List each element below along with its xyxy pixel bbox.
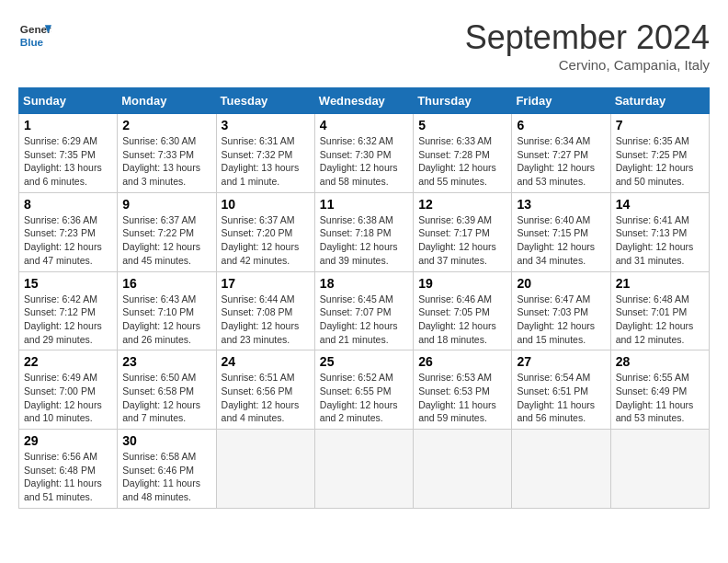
day-cell-28: 28Sunrise: 6:55 AMSunset: 6:49 PMDayligh… <box>610 350 709 430</box>
day-info: Sunrise: 6:58 AMSunset: 6:46 PMDaylight:… <box>122 450 210 504</box>
day-cell-24: 24Sunrise: 6:51 AMSunset: 6:56 PMDayligh… <box>216 350 314 430</box>
day-number: 12 <box>418 197 506 212</box>
day-number: 24 <box>222 354 310 369</box>
day-info: Sunrise: 6:55 AMSunset: 6:49 PMDaylight:… <box>616 371 704 425</box>
day-cell-3: 3Sunrise: 6:31 AMSunset: 7:32 PMDaylight… <box>216 114 314 193</box>
day-info: Sunrise: 6:32 AMSunset: 7:30 PMDaylight:… <box>320 134 408 189</box>
day-cell-30: 30Sunrise: 6:58 AMSunset: 6:46 PMDayligh… <box>118 430 216 509</box>
day-number: 27 <box>517 354 605 369</box>
weekday-header-friday: Friday <box>512 88 610 114</box>
day-number: 16 <box>122 276 210 291</box>
day-number: 13 <box>517 197 605 212</box>
day-number: 19 <box>418 276 506 291</box>
day-cell-14: 14Sunrise: 6:41 AMSunset: 7:13 PMDayligh… <box>610 192 709 271</box>
day-number: 17 <box>222 276 310 291</box>
day-info: Sunrise: 6:54 AMSunset: 6:51 PMDaylight:… <box>517 371 605 425</box>
day-number: 23 <box>122 354 210 369</box>
day-number: 15 <box>24 276 112 291</box>
empty-cell <box>216 430 314 509</box>
day-cell-29: 29Sunrise: 6:56 AMSunset: 6:48 PMDayligh… <box>19 430 118 509</box>
day-info: Sunrise: 6:29 AMSunset: 7:35 PMDaylight:… <box>24 134 112 189</box>
day-number: 28 <box>616 354 704 369</box>
day-cell-12: 12Sunrise: 6:39 AMSunset: 7:17 PMDayligh… <box>414 192 512 271</box>
day-number: 5 <box>418 118 506 132</box>
week-row-1: 1Sunrise: 6:29 AMSunset: 7:35 PMDaylight… <box>19 114 710 193</box>
day-info: Sunrise: 6:56 AMSunset: 6:48 PMDaylight:… <box>24 450 112 504</box>
day-info: Sunrise: 6:39 AMSunset: 7:17 PMDaylight:… <box>418 213 506 268</box>
empty-cell <box>314 430 413 509</box>
day-cell-6: 6Sunrise: 6:34 AMSunset: 7:27 PMDaylight… <box>512 114 610 193</box>
day-cell-10: 10Sunrise: 6:37 AMSunset: 7:20 PMDayligh… <box>216 192 314 271</box>
day-info: Sunrise: 6:48 AMSunset: 7:01 PMDaylight:… <box>616 293 704 347</box>
day-info: Sunrise: 6:47 AMSunset: 7:03 PMDaylight:… <box>517 293 605 347</box>
day-info: Sunrise: 6:43 AMSunset: 7:10 PMDaylight:… <box>122 293 210 347</box>
calendar-table: SundayMondayTuesdayWednesdayThursdayFrid… <box>18 87 710 509</box>
week-row-5: 29Sunrise: 6:56 AMSunset: 6:48 PMDayligh… <box>19 430 710 509</box>
day-cell-13: 13Sunrise: 6:40 AMSunset: 7:15 PMDayligh… <box>512 192 610 271</box>
day-info: Sunrise: 6:36 AMSunset: 7:23 PMDaylight:… <box>24 213 112 268</box>
day-number: 22 <box>24 354 112 369</box>
day-number: 14 <box>616 197 704 212</box>
weekday-header-wednesday: Wednesday <box>314 88 413 114</box>
day-number: 9 <box>122 197 210 212</box>
day-info: Sunrise: 6:53 AMSunset: 6:53 PMDaylight:… <box>418 371 506 425</box>
day-number: 8 <box>24 197 112 212</box>
day-cell-25: 25Sunrise: 6:52 AMSunset: 6:55 PMDayligh… <box>314 350 413 430</box>
day-info: Sunrise: 6:37 AMSunset: 7:20 PMDaylight:… <box>222 213 310 268</box>
weekday-header-thursday: Thursday <box>414 88 512 114</box>
day-info: Sunrise: 6:38 AMSunset: 7:18 PMDaylight:… <box>320 213 408 268</box>
empty-cell <box>414 430 512 509</box>
day-cell-15: 15Sunrise: 6:42 AMSunset: 7:12 PMDayligh… <box>19 271 118 350</box>
day-number: 7 <box>616 118 704 132</box>
day-info: Sunrise: 6:30 AMSunset: 7:33 PMDaylight:… <box>122 134 210 189</box>
weekday-header-sunday: Sunday <box>19 88 118 114</box>
day-number: 30 <box>122 433 210 448</box>
day-cell-18: 18Sunrise: 6:45 AMSunset: 7:07 PMDayligh… <box>314 271 413 350</box>
day-number: 26 <box>418 354 506 369</box>
logo: General Blue <box>18 18 51 52</box>
weekday-header-monday: Monday <box>118 88 216 114</box>
day-cell-7: 7Sunrise: 6:35 AMSunset: 7:25 PMDaylight… <box>610 114 709 193</box>
day-cell-21: 21Sunrise: 6:48 AMSunset: 7:01 PMDayligh… <box>610 271 709 350</box>
week-row-4: 22Sunrise: 6:49 AMSunset: 7:00 PMDayligh… <box>19 350 710 430</box>
day-cell-19: 19Sunrise: 6:46 AMSunset: 7:05 PMDayligh… <box>414 271 512 350</box>
day-info: Sunrise: 6:42 AMSunset: 7:12 PMDaylight:… <box>24 293 112 347</box>
day-cell-17: 17Sunrise: 6:44 AMSunset: 7:08 PMDayligh… <box>216 271 314 350</box>
week-row-2: 8Sunrise: 6:36 AMSunset: 7:23 PMDaylight… <box>19 192 710 271</box>
weekday-header-saturday: Saturday <box>610 88 709 114</box>
day-info: Sunrise: 6:50 AMSunset: 6:58 PMDaylight:… <box>122 371 210 425</box>
day-info: Sunrise: 6:45 AMSunset: 7:07 PMDaylight:… <box>320 293 408 347</box>
day-info: Sunrise: 6:51 AMSunset: 6:56 PMDaylight:… <box>222 371 310 425</box>
day-info: Sunrise: 6:46 AMSunset: 7:05 PMDaylight:… <box>418 293 506 347</box>
empty-cell <box>610 430 709 509</box>
day-cell-23: 23Sunrise: 6:50 AMSunset: 6:58 PMDayligh… <box>118 350 216 430</box>
day-info: Sunrise: 6:52 AMSunset: 6:55 PMDaylight:… <box>320 371 408 425</box>
day-number: 4 <box>320 118 408 132</box>
month-title: September 2024 <box>465 18 710 57</box>
page-header: General Blue September 2024 Cervino, Cam… <box>18 18 710 73</box>
day-cell-1: 1Sunrise: 6:29 AMSunset: 7:35 PMDaylight… <box>19 114 118 193</box>
day-info: Sunrise: 6:37 AMSunset: 7:22 PMDaylight:… <box>122 213 210 268</box>
day-cell-4: 4Sunrise: 6:32 AMSunset: 7:30 PMDaylight… <box>314 114 413 193</box>
day-number: 6 <box>517 118 605 132</box>
svg-text:Blue: Blue <box>20 36 44 48</box>
day-cell-26: 26Sunrise: 6:53 AMSunset: 6:53 PMDayligh… <box>414 350 512 430</box>
day-info: Sunrise: 6:34 AMSunset: 7:27 PMDaylight:… <box>517 134 605 189</box>
empty-cell <box>512 430 610 509</box>
day-number: 18 <box>320 276 408 291</box>
day-info: Sunrise: 6:33 AMSunset: 7:28 PMDaylight:… <box>418 134 506 189</box>
day-cell-11: 11Sunrise: 6:38 AMSunset: 7:18 PMDayligh… <box>314 192 413 271</box>
day-info: Sunrise: 6:35 AMSunset: 7:25 PMDaylight:… <box>616 134 704 189</box>
day-cell-20: 20Sunrise: 6:47 AMSunset: 7:03 PMDayligh… <box>512 271 610 350</box>
day-cell-2: 2Sunrise: 6:30 AMSunset: 7:33 PMDaylight… <box>118 114 216 193</box>
logo-icon: General Blue <box>18 18 51 52</box>
day-number: 3 <box>222 118 310 132</box>
day-number: 1 <box>24 118 112 132</box>
week-row-3: 15Sunrise: 6:42 AMSunset: 7:12 PMDayligh… <box>19 271 710 350</box>
title-block: September 2024 Cervino, Campania, Italy <box>465 18 710 73</box>
day-number: 29 <box>24 433 112 448</box>
day-number: 11 <box>320 197 408 212</box>
location-subtitle: Cervino, Campania, Italy <box>465 57 710 73</box>
day-info: Sunrise: 6:44 AMSunset: 7:08 PMDaylight:… <box>222 293 310 347</box>
weekday-header-tuesday: Tuesday <box>216 88 314 114</box>
